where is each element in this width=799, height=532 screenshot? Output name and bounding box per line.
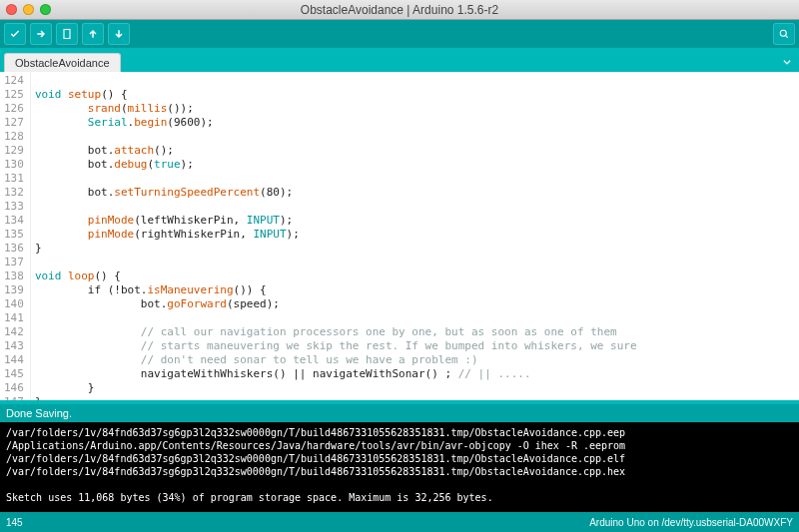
arrow-down-icon: [113, 28, 125, 40]
new-button[interactable]: [56, 23, 78, 45]
line-number: 146: [4, 381, 24, 395]
open-button[interactable]: [82, 23, 104, 45]
line-number: 145: [4, 367, 24, 381]
code-line[interactable]: // don't need sonar to tell us we have a…: [35, 353, 795, 367]
arrow-right-icon: [35, 28, 47, 40]
serial-monitor-button[interactable]: [773, 23, 795, 45]
code-line[interactable]: srand(millis());: [35, 102, 795, 116]
code-line[interactable]: [35, 200, 795, 214]
tab-bar: ObstacleAvoidance: [0, 48, 799, 72]
minimize-button[interactable]: [23, 4, 34, 15]
line-number: 139: [4, 283, 24, 297]
line-number: 137: [4, 256, 24, 269]
window-title: ObstacleAvoidance | Arduino 1.5.6-r2: [0, 3, 799, 17]
code-line[interactable]: [35, 172, 795, 186]
code-line[interactable]: // call our navigation processors one by…: [35, 325, 795, 339]
file-icon: [61, 28, 73, 40]
zoom-button[interactable]: [40, 4, 51, 15]
code-line[interactable]: }: [35, 381, 795, 395]
code-line[interactable]: [35, 256, 795, 269]
code-area[interactable]: void setup() { srand(millis()); Serial.b…: [31, 72, 799, 400]
board-port: Arduino Uno on /dev/tty.usbserial-DA00WX…: [589, 517, 793, 528]
arrow-up-icon: [87, 28, 99, 40]
line-number: 135: [4, 228, 24, 242]
code-line[interactable]: pinMode(rightWhiskerPin, INPUT);: [35, 228, 795, 242]
footer-bar: 145 Arduino Uno on /dev/tty.usbserial-DA…: [0, 512, 799, 532]
code-line[interactable]: bot.debug(true);: [35, 158, 795, 172]
code-line[interactable]: bot.setTurningSpeedPercent(80);: [35, 186, 795, 200]
line-number: 131: [4, 172, 24, 186]
line-number: 129: [4, 144, 24, 158]
tab-active[interactable]: ObstacleAvoidance: [4, 53, 121, 72]
code-line[interactable]: [35, 130, 795, 144]
line-number: 130: [4, 158, 24, 172]
code-line[interactable]: navigateWithWhiskers() || navigateWithSo…: [35, 367, 795, 381]
code-line[interactable]: [35, 74, 795, 88]
line-number: 147: [4, 395, 24, 404]
code-line[interactable]: pinMode(leftWhiskerPin, INPUT);: [35, 214, 795, 228]
line-number: 144: [4, 353, 24, 367]
status-text: Done Saving.: [6, 407, 72, 419]
line-number: 126: [4, 102, 24, 116]
line-number: 132: [4, 186, 24, 200]
line-number: 143: [4, 339, 24, 353]
code-line[interactable]: Serial.begin(9600);: [35, 116, 795, 130]
line-number: 136: [4, 242, 24, 256]
line-number: 133: [4, 200, 24, 214]
line-number: 138: [4, 269, 24, 283]
svg-point-1: [780, 30, 786, 36]
line-number: 125: [4, 88, 24, 102]
line-number: 140: [4, 297, 24, 311]
check-icon: [9, 28, 21, 40]
line-number: 128: [4, 130, 24, 144]
line-number: 134: [4, 214, 24, 228]
toolbar: [0, 20, 799, 48]
svg-rect-0: [64, 30, 70, 39]
code-line[interactable]: if (!bot.isManeuvering()) {: [35, 283, 795, 297]
console-output[interactable]: /var/folders/1v/84fnd63d37sg6gp3l2q332sw…: [0, 422, 799, 512]
code-line[interactable]: }: [35, 395, 795, 400]
line-number: 142: [4, 325, 24, 339]
code-line[interactable]: // starts maneuvering we skip the rest. …: [35, 339, 795, 353]
code-line[interactable]: void setup() {: [35, 88, 795, 102]
line-number: 127: [4, 116, 24, 130]
window-controls: [6, 4, 51, 15]
code-editor[interactable]: 1241251261271281291301311321331341351361…: [0, 72, 799, 404]
code-line[interactable]: [35, 311, 795, 325]
line-number: 124: [4, 74, 24, 88]
upload-button[interactable]: [30, 23, 52, 45]
code-line[interactable]: void loop() {: [35, 269, 795, 283]
code-line[interactable]: bot.goForward(speed);: [35, 297, 795, 311]
magnifier-icon: [778, 28, 790, 40]
chevron-down-icon: [782, 57, 792, 67]
line-number: 141: [4, 311, 24, 325]
tab-menu-button[interactable]: [779, 54, 795, 70]
close-button[interactable]: [6, 4, 17, 15]
titlebar: ObstacleAvoidance | Arduino 1.5.6-r2: [0, 0, 799, 20]
verify-button[interactable]: [4, 23, 26, 45]
save-button[interactable]: [108, 23, 130, 45]
code-line[interactable]: bot.attach();: [35, 144, 795, 158]
status-bar: Done Saving.: [0, 404, 799, 422]
code-line[interactable]: }: [35, 242, 795, 256]
line-gutter: 1241251261271281291301311321331341351361…: [0, 72, 31, 400]
cursor-line: 145: [6, 517, 23, 528]
